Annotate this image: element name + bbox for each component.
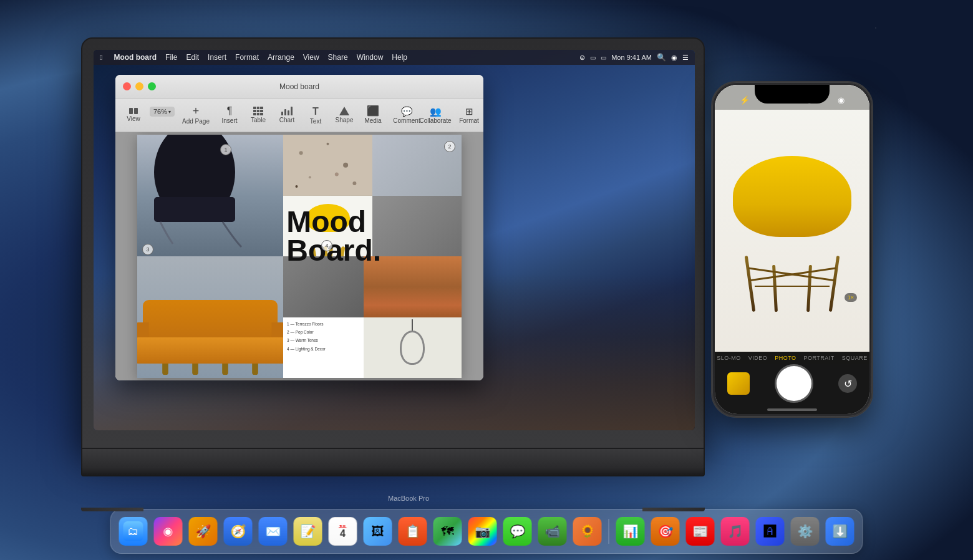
notification-icon[interactable]: ☰ xyxy=(682,54,689,62)
zoom-value: 76% xyxy=(153,108,167,115)
window-titlebar: Mood board xyxy=(115,75,483,99)
sofa-leg-2 xyxy=(192,364,198,375)
camera-shutter-row: ↺ xyxy=(715,366,869,401)
file-menu[interactable]: File xyxy=(165,53,177,62)
search-icon[interactable]: 🔍 xyxy=(657,53,666,62)
app-name-menu[interactable]: Mood board xyxy=(114,53,157,62)
format-menu[interactable]: Format xyxy=(235,53,259,62)
toolbar-zoom[interactable]: 76% ▾ View xyxy=(149,104,175,126)
toolbar: View 76% ▾ View xyxy=(115,99,483,132)
window-menu[interactable]: Window xyxy=(357,53,384,62)
apple-menu[interactable]:  xyxy=(100,53,102,62)
zoom-indicator: 1× xyxy=(845,293,857,302)
subcell-mirror xyxy=(364,317,462,379)
toolbar-collaborate[interactable]: 👥 Collaborate xyxy=(422,104,448,127)
filter-icon: ◉ xyxy=(838,95,845,105)
svg-point-7 xyxy=(352,181,356,185)
mirror-strap xyxy=(412,319,413,332)
callout-1: 1 xyxy=(220,144,231,155)
mode-photo[interactable]: PHOTO xyxy=(775,355,796,361)
macbook-bottom xyxy=(81,449,705,511)
iphone-chair xyxy=(730,137,854,312)
help-menu[interactable]: Help xyxy=(392,53,407,62)
text-label: Text xyxy=(310,118,321,125)
iphone-notch xyxy=(755,85,830,104)
collaborate-icon: 👥 xyxy=(430,107,442,116)
iphone-chair-seat xyxy=(733,156,851,237)
toolbar-insert[interactable]: ¶ Insert xyxy=(216,104,243,127)
camera-viewfinder: 1× xyxy=(715,85,869,364)
siri-icon[interactable]: ◉ xyxy=(671,54,677,62)
svg-point-6 xyxy=(309,176,311,178)
format-label: Format xyxy=(459,117,479,124)
toolbar-add-page[interactable]: + Add Page xyxy=(183,103,209,127)
toolbar-text[interactable]: T Text xyxy=(303,103,329,127)
camera-shutter-button[interactable] xyxy=(777,366,811,401)
downloads-icon: ⬇️ xyxy=(826,517,854,546)
camera-thumbnail[interactable] xyxy=(727,372,750,395)
macbook-body:  Mood board File Edit Insert Format Arr… xyxy=(81,37,705,511)
window-close-button[interactable] xyxy=(123,82,131,90)
sofa-leg-1 xyxy=(162,364,168,375)
dock-appstore[interactable]: 🅰 xyxy=(754,515,787,548)
menu-bar-right: ⊜ ▭ ▭ Mon 9:41 AM 🔍 ◉ ☰ xyxy=(579,53,689,62)
appstore-icon: 🅰 xyxy=(756,517,785,546)
toolbar-shape[interactable]: Shape xyxy=(331,104,357,126)
mode-square[interactable]: SQUARE xyxy=(842,355,868,361)
wifi-icon: ⊜ xyxy=(579,54,585,62)
flash-icon: ⚡ xyxy=(740,95,750,105)
zoom-control[interactable]: 76% ▾ xyxy=(150,107,175,117)
insert-icon: ¶ xyxy=(227,106,233,116)
dock-settings[interactable]: ⚙️ xyxy=(789,515,821,548)
mirror-shape xyxy=(400,331,425,365)
sofa-leg-3 xyxy=(222,364,228,375)
svg-point-5 xyxy=(343,163,348,168)
table-icon xyxy=(253,107,263,115)
comment-label: Comment xyxy=(393,117,420,124)
macbook-label: MacBook Pro xyxy=(388,495,429,502)
iphone-device: ⚡ ⊙ ◷ ◉ xyxy=(711,81,873,418)
mirror xyxy=(400,331,425,365)
insert-label: Insert xyxy=(221,117,237,124)
clock: Mon 9:41 AM xyxy=(611,54,652,61)
flip-icon: ↺ xyxy=(844,378,852,390)
share-menu[interactable]: Share xyxy=(328,53,348,62)
window-controls xyxy=(123,82,156,90)
mode-portrait[interactable]: PORTRAIT xyxy=(804,355,835,361)
window-minimize-button[interactable] xyxy=(135,82,143,90)
view-menu[interactable]: View xyxy=(303,53,319,62)
toolbar-comment[interactable]: 💬 Comment xyxy=(394,104,420,127)
mood-title: Mood Board. xyxy=(286,208,411,264)
cell-bottom-right: 1 — Terrazzo Floors 2 — Pop Color 3 — Wa… xyxy=(283,256,462,378)
camera-flip-button[interactable]: ↺ xyxy=(838,374,857,393)
svg-point-3 xyxy=(299,151,303,155)
sofa-legs xyxy=(137,364,283,375)
comment-icon: 💬 xyxy=(401,107,413,116)
arrange-menu[interactable]: Arrange xyxy=(268,53,294,62)
macbook-foot-left xyxy=(81,508,143,511)
subcell-legend: 1 — Terrazzo Floors 2 — Pop Color 3 — Wa… xyxy=(283,317,364,379)
menu-bar-left:  Mood board File Edit Insert Format Arr… xyxy=(100,53,579,62)
settings-icon: ⚙️ xyxy=(791,517,820,546)
mode-video[interactable]: VIDEO xyxy=(748,355,768,361)
callout-2: 2 xyxy=(444,141,455,152)
macos-desktop:  Mood board File Edit Insert Format Arr… xyxy=(94,50,695,430)
toolbar-view[interactable]: View xyxy=(120,105,147,125)
macbook-screen:  Mood board File Edit Insert Format Arr… xyxy=(94,50,695,430)
toolbar-media[interactable]: ⬛ Media xyxy=(360,104,386,127)
window-maximize-button[interactable] xyxy=(148,82,156,90)
window-title: Mood board xyxy=(279,82,319,91)
sofa-leg-4 xyxy=(252,364,258,375)
toolbar-format[interactable]: ⊞ Format xyxy=(456,104,482,127)
svg-point-4 xyxy=(327,143,329,145)
edit-menu[interactable]: Edit xyxy=(186,53,199,62)
toolbar-chart[interactable]: Chart xyxy=(274,104,300,126)
insert-menu[interactable]: Insert xyxy=(208,53,226,62)
toolbar-table[interactable]: Table xyxy=(245,104,271,126)
mode-slomo[interactable]: SLO-MO xyxy=(717,355,741,361)
dock-downloads[interactable]: ⬇️ xyxy=(824,515,856,548)
canvas-area[interactable]: 1 2 3 xyxy=(115,132,483,380)
macbook-frame:  Mood board File Edit Insert Format Arr… xyxy=(81,37,705,449)
collaborate-label: Collaborate xyxy=(419,117,451,124)
zoom-chevron: ▾ xyxy=(168,109,171,115)
